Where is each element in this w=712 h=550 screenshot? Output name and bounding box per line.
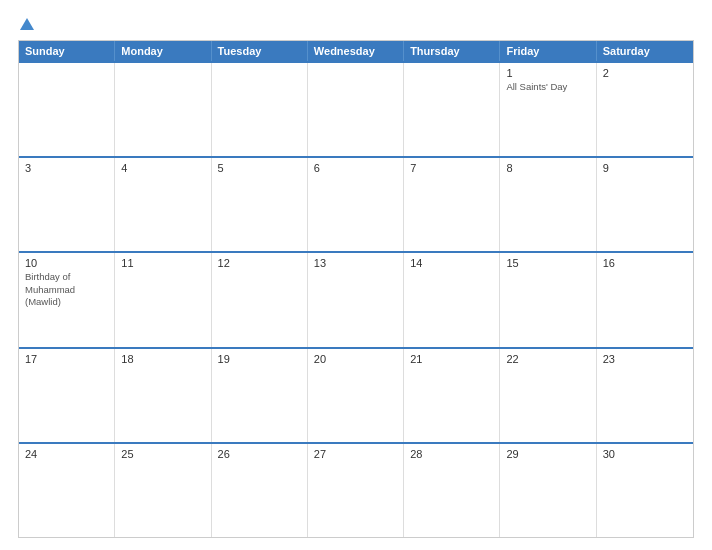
day-number: 4 bbox=[121, 162, 204, 174]
calendar-cell: 24 bbox=[19, 444, 115, 537]
day-number: 19 bbox=[218, 353, 301, 365]
calendar-cell: 23 bbox=[597, 349, 693, 442]
calendar-cell: 4 bbox=[115, 158, 211, 251]
calendar-week: 17181920212223 bbox=[19, 347, 693, 442]
calendar-page: SundayMondayTuesdayWednesdayThursdayFrid… bbox=[0, 0, 712, 550]
calendar-cell bbox=[212, 63, 308, 156]
day-event: Birthday of Muhammad (Mawlid) bbox=[25, 271, 108, 308]
calendar-cell: 3 bbox=[19, 158, 115, 251]
calendar-cell: 8 bbox=[500, 158, 596, 251]
day-of-week-header: Sunday bbox=[19, 41, 115, 61]
day-number: 10 bbox=[25, 257, 108, 269]
calendar-cell: 12 bbox=[212, 253, 308, 346]
calendar-cell: 18 bbox=[115, 349, 211, 442]
calendar-cell bbox=[308, 63, 404, 156]
calendar-cell bbox=[19, 63, 115, 156]
day-of-week-header: Tuesday bbox=[212, 41, 308, 61]
calendar-cell: 6 bbox=[308, 158, 404, 251]
calendar-cell: 1All Saints' Day bbox=[500, 63, 596, 156]
day-event: All Saints' Day bbox=[506, 81, 589, 93]
day-number: 24 bbox=[25, 448, 108, 460]
calendar-cell: 27 bbox=[308, 444, 404, 537]
calendar-cell: 2 bbox=[597, 63, 693, 156]
calendar-week: 1All Saints' Day2 bbox=[19, 61, 693, 156]
day-number: 7 bbox=[410, 162, 493, 174]
day-number: 9 bbox=[603, 162, 687, 174]
day-number: 15 bbox=[506, 257, 589, 269]
calendar-cell: 16 bbox=[597, 253, 693, 346]
calendar-cell: 10Birthday of Muhammad (Mawlid) bbox=[19, 253, 115, 346]
calendar-cell: 5 bbox=[212, 158, 308, 251]
day-of-week-header: Thursday bbox=[404, 41, 500, 61]
calendar-cell: 14 bbox=[404, 253, 500, 346]
day-number: 5 bbox=[218, 162, 301, 174]
day-number: 6 bbox=[314, 162, 397, 174]
day-number: 16 bbox=[603, 257, 687, 269]
day-number: 22 bbox=[506, 353, 589, 365]
page-header bbox=[18, 18, 694, 30]
day-number: 1 bbox=[506, 67, 589, 79]
calendar-cell: 17 bbox=[19, 349, 115, 442]
day-number: 18 bbox=[121, 353, 204, 365]
logo bbox=[18, 18, 34, 30]
calendar-cell: 28 bbox=[404, 444, 500, 537]
calendar-cell bbox=[404, 63, 500, 156]
calendar-body: 1All Saints' Day2345678910Birthday of Mu… bbox=[19, 61, 693, 537]
day-number: 13 bbox=[314, 257, 397, 269]
calendar-cell: 9 bbox=[597, 158, 693, 251]
day-number: 23 bbox=[603, 353, 687, 365]
calendar-cell: 19 bbox=[212, 349, 308, 442]
calendar-cell: 21 bbox=[404, 349, 500, 442]
calendar-cell: 25 bbox=[115, 444, 211, 537]
calendar-cell: 30 bbox=[597, 444, 693, 537]
day-number: 26 bbox=[218, 448, 301, 460]
calendar-week: 10Birthday of Muhammad (Mawlid)111213141… bbox=[19, 251, 693, 346]
day-of-week-header: Monday bbox=[115, 41, 211, 61]
calendar-cell: 26 bbox=[212, 444, 308, 537]
day-number: 30 bbox=[603, 448, 687, 460]
calendar-cell: 22 bbox=[500, 349, 596, 442]
day-number: 12 bbox=[218, 257, 301, 269]
day-of-week-header: Saturday bbox=[597, 41, 693, 61]
day-number: 29 bbox=[506, 448, 589, 460]
day-number: 27 bbox=[314, 448, 397, 460]
calendar-cell: 7 bbox=[404, 158, 500, 251]
day-number: 3 bbox=[25, 162, 108, 174]
calendar-grid: SundayMondayTuesdayWednesdayThursdayFrid… bbox=[18, 40, 694, 538]
day-number: 28 bbox=[410, 448, 493, 460]
day-number: 20 bbox=[314, 353, 397, 365]
calendar-cell: 15 bbox=[500, 253, 596, 346]
calendar-cell: 20 bbox=[308, 349, 404, 442]
day-number: 21 bbox=[410, 353, 493, 365]
day-number: 11 bbox=[121, 257, 204, 269]
calendar-cell: 11 bbox=[115, 253, 211, 346]
calendar-header: SundayMondayTuesdayWednesdayThursdayFrid… bbox=[19, 41, 693, 61]
day-of-week-header: Friday bbox=[500, 41, 596, 61]
day-number: 25 bbox=[121, 448, 204, 460]
day-of-week-header: Wednesday bbox=[308, 41, 404, 61]
day-number: 8 bbox=[506, 162, 589, 174]
calendar-cell: 29 bbox=[500, 444, 596, 537]
calendar-week: 3456789 bbox=[19, 156, 693, 251]
day-number: 14 bbox=[410, 257, 493, 269]
calendar-cell bbox=[115, 63, 211, 156]
day-number: 2 bbox=[603, 67, 687, 79]
logo-triangle-icon bbox=[20, 18, 34, 30]
day-number: 17 bbox=[25, 353, 108, 365]
calendar-week: 24252627282930 bbox=[19, 442, 693, 537]
calendar-cell: 13 bbox=[308, 253, 404, 346]
